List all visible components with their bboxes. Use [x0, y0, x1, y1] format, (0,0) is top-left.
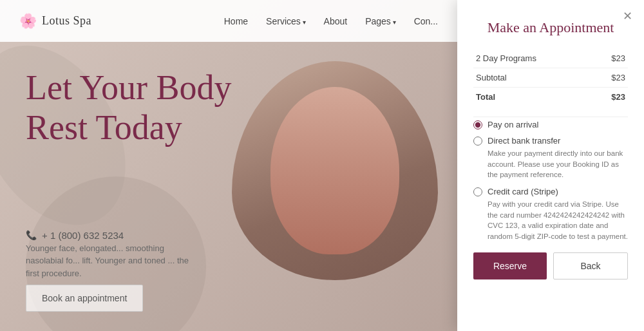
program-value: $23: [593, 49, 628, 68]
hero-description: Younger face, elongated... smoothing nas…: [26, 242, 193, 280]
phone-icon: 📞: [26, 230, 37, 241]
order-table: 2 Day Programs $23 Subtotal $23 Total $2…: [473, 49, 628, 106]
payment-option-bank: Direct bank transfer Make your payment d…: [473, 136, 628, 180]
appointment-modal: ✕ Make an Appointment 2 Day Programs $23…: [457, 0, 644, 331]
payment-option-card: Credit card (Stripe) Pay with your credi…: [473, 187, 628, 242]
reserve-button[interactable]: Reserve: [473, 252, 547, 279]
table-row-program: 2 Day Programs $23: [473, 49, 628, 68]
nav-home[interactable]: Home: [224, 16, 248, 26]
table-row-total: Total $23: [473, 88, 628, 107]
book-appointment-button[interactable]: Book an appointment: [26, 285, 143, 312]
radio-credit-card[interactable]: [473, 187, 482, 196]
modal-title: Make an Appointment: [473, 19, 628, 36]
modal-buttons: Reserve Back: [473, 252, 628, 279]
nav-pages[interactable]: Pages: [365, 16, 395, 26]
nav-services[interactable]: Services: [266, 16, 305, 26]
credit-card-desc: Pay with your credit card via Stripe. Us…: [473, 199, 628, 242]
phone-number: + 1 (800) 632 5234: [42, 230, 124, 241]
logo-area: 🌸 Lotus Spa: [19, 13, 224, 30]
nav-contact[interactable]: Con...: [414, 16, 438, 26]
nav-links: Home Services About Pages Con...: [224, 16, 438, 26]
radio-pay-arrival[interactable]: [473, 120, 482, 129]
spa-hero-image: [232, 61, 438, 280]
total-label: Total: [473, 88, 593, 107]
subtotal-label: Subtotal: [473, 68, 593, 88]
hero-title: Let Your Body Rest Today: [26, 68, 232, 147]
subtotal-value: $23: [593, 68, 628, 88]
close-icon[interactable]: ✕: [623, 9, 632, 23]
lotus-icon: 🌸: [19, 13, 37, 30]
spa-background: 🌸 Lotus Spa Home Services About Pages Co…: [0, 0, 457, 331]
credit-card-label[interactable]: Credit card (Stripe): [488, 187, 558, 196]
program-label: 2 Day Programs: [473, 49, 593, 68]
divider: [473, 117, 628, 117]
bank-transfer-label[interactable]: Direct bank transfer: [488, 136, 560, 146]
table-row-subtotal: Subtotal $23: [473, 68, 628, 88]
radio-bank-transfer[interactable]: [473, 137, 482, 146]
payment-option-arrival: Pay on arrival: [473, 120, 628, 129]
navbar: 🌸 Lotus Spa Home Services About Pages Co…: [0, 0, 457, 42]
phone-area: 📞 + 1 (800) 632 5234: [26, 230, 124, 241]
hero-section: Let Your Body Rest Today 📞 + 1 (800) 632…: [0, 42, 457, 331]
total-value: $23: [593, 88, 628, 107]
logo-text: Lotus Spa: [42, 14, 91, 28]
nav-about[interactable]: About: [324, 16, 348, 26]
pay-arrival-label[interactable]: Pay on arrival: [488, 120, 538, 129]
back-button[interactable]: Back: [553, 252, 628, 279]
payment-options: Pay on arrival Direct bank transfer Make…: [473, 120, 628, 242]
bank-transfer-desc: Make your payment directly into our bank…: [473, 148, 628, 180]
